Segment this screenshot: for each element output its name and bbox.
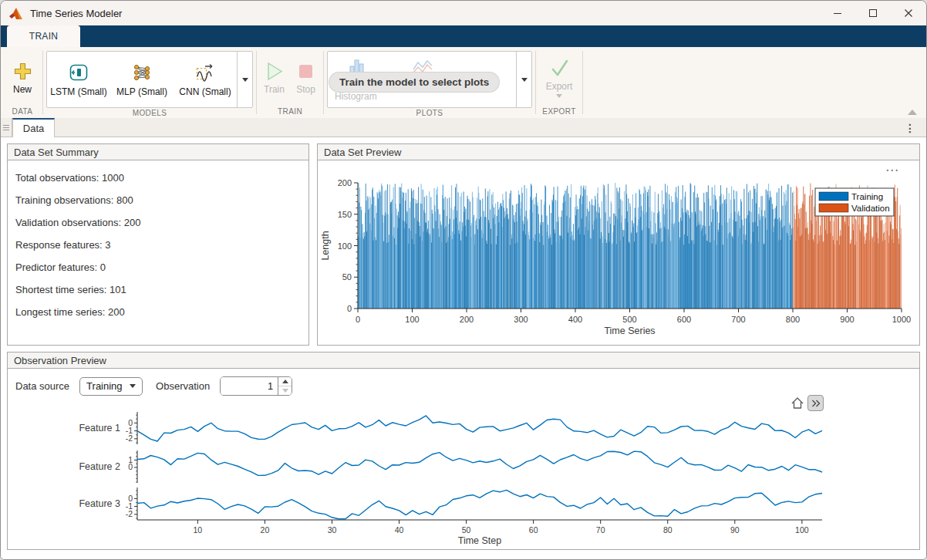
new-button[interactable]: New <box>5 61 39 95</box>
chevron-down-icon <box>242 78 248 82</box>
svg-text:Feature 2: Feature 2 <box>79 461 120 472</box>
close-icon <box>904 8 913 18</box>
home-button[interactable] <box>790 396 804 410</box>
svg-text:30: 30 <box>328 525 337 535</box>
model-lstm-small[interactable]: LSTM (Small) <box>47 52 110 107</box>
summary-panel-title: Data Set Summary <box>14 147 99 158</box>
svg-text:100: 100 <box>405 315 419 324</box>
model-mlp-small[interactable]: MLP (Small) <box>110 52 174 107</box>
chevron-down-icon <box>556 94 562 98</box>
stop-icon <box>295 61 316 82</box>
svg-text:Time Series: Time Series <box>604 326 655 336</box>
spinner-down-button[interactable] <box>278 386 292 395</box>
svg-text:80: 80 <box>663 525 672 535</box>
summary-item: Shortest time series: 101 <box>15 284 308 295</box>
train-button[interactable]: Train <box>260 61 288 95</box>
svg-text:Feature 3: Feature 3 <box>79 498 120 509</box>
cnn-icon <box>195 62 215 83</box>
minimize-button[interactable] <box>820 1 855 25</box>
dataset-preview-chart: 0501001502000100200300400500600700800900… <box>318 160 921 346</box>
document-tab-bar: Data ⋮ <box>1 118 926 137</box>
plots-gallery-dropdown[interactable] <box>516 52 531 107</box>
observation-label: Observation <box>156 380 210 392</box>
app-window: Time Series Modeler TRAIN New <box>0 0 927 560</box>
svg-text:600: 600 <box>677 315 691 324</box>
svg-text:300: 300 <box>514 315 528 324</box>
models-gallery-dropdown[interactable] <box>237 52 252 107</box>
summary-item: Longest time series: 200 <box>15 306 308 318</box>
summary-panel-header: Data Set Summary <box>8 144 308 160</box>
summary-item: Response features: 3 <box>15 239 308 251</box>
observation-input[interactable] <box>221 377 278 395</box>
tab-data[interactable]: Data <box>12 118 55 137</box>
section-label-plots: PLOTS <box>416 108 443 118</box>
data-set-summary-panel: Data Set Summary Total observations: 100… <box>7 143 309 346</box>
summary-item: Total observations: 1000 <box>15 172 308 184</box>
observation-panel-title: Observation Preview <box>14 355 106 366</box>
svg-text:50: 50 <box>342 272 352 282</box>
layout-options-button[interactable]: ⋮ <box>905 118 915 137</box>
histogram-label: Histogram <box>335 91 377 102</box>
section-label-data: DATA <box>12 105 33 118</box>
svg-text:Length: Length <box>320 231 331 260</box>
observation-panel-header: Observation Preview <box>8 353 919 369</box>
svg-text:700: 700 <box>731 315 745 324</box>
svg-text:0: 0 <box>356 315 360 324</box>
summary-item: Training observations: 800 <box>15 194 308 206</box>
checkmark-icon <box>549 58 570 79</box>
collapse-ribbon-button[interactable] <box>908 110 917 115</box>
chevron-down-icon <box>130 384 136 388</box>
minimize-icon <box>833 8 842 18</box>
lstm-icon <box>69 62 89 83</box>
main-content: Data Set Summary Total observations: 100… <box>1 137 926 560</box>
ribbon-tab-strip: TRAIN <box>1 25 926 47</box>
data-source-value: Training <box>86 380 122 392</box>
stop-button[interactable]: Stop <box>292 61 320 95</box>
model-cnn-small[interactable]: CNN (Small) <box>174 52 237 107</box>
svg-text:Feature 1: Feature 1 <box>79 423 120 433</box>
plots-gallery: Histogram Train the model to select plot… <box>327 51 532 108</box>
preview-legend: TrainingValidation <box>815 188 894 216</box>
triangle-down-icon <box>282 389 288 393</box>
svg-text:Validation: Validation <box>851 204 890 213</box>
tab-train[interactable]: TRAIN <box>7 25 80 47</box>
close-button[interactable] <box>891 1 926 25</box>
plus-icon <box>12 61 33 82</box>
observation-preview-panel: Observation Preview Data source Training… <box>7 352 920 550</box>
svg-text:70: 70 <box>596 525 605 535</box>
ribbon-section-data: New DATA <box>2 47 42 118</box>
ribbon-section-export: Export EXPORT <box>536 47 582 118</box>
svg-text:900: 900 <box>840 315 854 324</box>
mlp-icon <box>132 62 152 83</box>
svg-text:-2: -2 <box>126 509 133 518</box>
data-source-dropdown[interactable]: Training <box>79 377 143 396</box>
svg-text:-2: -2 <box>126 433 133 443</box>
maximize-button[interactable] <box>855 1 891 25</box>
ribbon-divider <box>582 51 583 114</box>
svg-text:Time Step: Time Step <box>458 535 502 546</box>
observation-feature-chart: 0-1-2Feature 110Feature 20-1-2Feature 31… <box>79 409 831 551</box>
section-label-models: MODELS <box>133 108 167 118</box>
matlab-logo-icon <box>8 7 23 20</box>
ribbon-section-train: Train Stop TRAIN <box>257 47 323 118</box>
section-label-export: EXPORT <box>542 105 575 118</box>
svg-text:200: 200 <box>460 315 474 324</box>
feature-subplot: 10Feature 2 <box>79 450 822 483</box>
summary-item: Predictor features: 0 <box>15 261 308 273</box>
svg-text:200: 200 <box>338 178 352 187</box>
observation-spinner <box>220 376 292 396</box>
summary-item: Validation observations: 200 <box>15 217 308 228</box>
section-label-train: TRAIN <box>278 105 302 118</box>
panel-drag-handle[interactable] <box>1 118 12 137</box>
spinner-up-button[interactable] <box>278 377 292 386</box>
svg-text:150: 150 <box>338 210 352 219</box>
double-chevron-right-icon <box>811 400 821 407</box>
title-bar: Time Series Modeler <box>1 1 926 25</box>
feature-subplot: 0-1-2Feature 1 <box>79 412 822 444</box>
maximize-icon <box>868 8 878 18</box>
window-title: Time Series Modeler <box>30 8 122 19</box>
ribbon-toolbar: New DATA LSTM (Small) <box>1 47 926 118</box>
export-button[interactable]: Export <box>539 58 579 98</box>
observation-controls: Data source Training Observation <box>15 376 292 396</box>
triangle-up-icon <box>282 380 288 383</box>
